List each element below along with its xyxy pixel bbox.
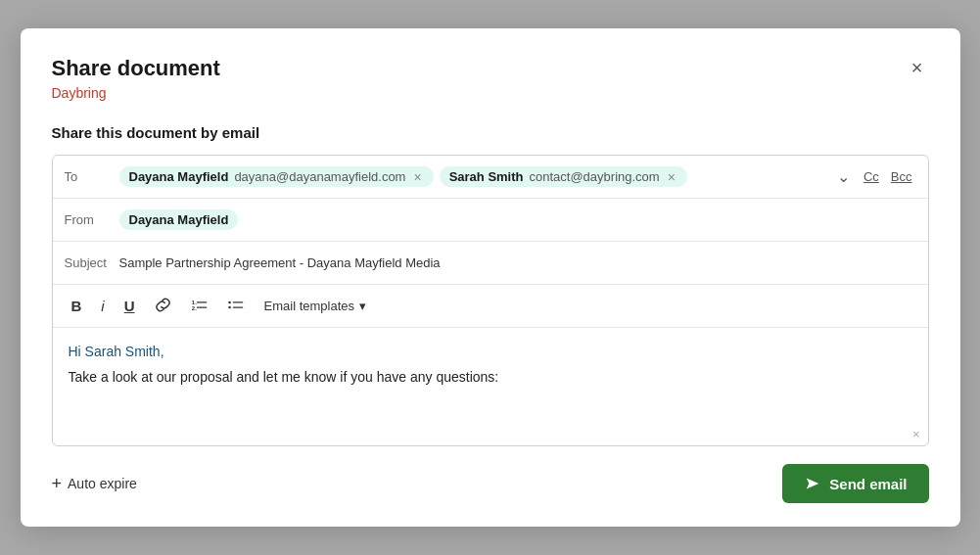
recipient-tag-1: Dayana Mayfield dayana@dayanamayfield.co… xyxy=(119,166,434,187)
send-email-label: Send email xyxy=(829,476,907,492)
body-message: Take a look at our proposal and let me k… xyxy=(69,369,912,385)
share-document-modal: Share document × Daybring Share this doc… xyxy=(21,28,960,527)
link-icon xyxy=(155,297,171,313)
ordered-list-icon: 1. 2. xyxy=(191,297,208,313)
from-label: From xyxy=(65,212,119,227)
subject-label: Subject xyxy=(65,255,119,270)
email-form: To Dayana Mayfield dayana@dayanamayfield… xyxy=(52,155,929,446)
modal-subtitle: Daybring xyxy=(52,85,929,101)
auto-expire-button[interactable]: + Auto expire xyxy=(52,474,137,494)
modal-overlay: Share document × Daybring Share this doc… xyxy=(0,0,980,555)
to-row: To Dayana Mayfield dayana@dayanamayfield… xyxy=(53,156,928,199)
recipient-2-email: contact@daybring.com xyxy=(530,169,660,184)
plus-icon: + xyxy=(52,474,63,494)
email-templates-button[interactable]: Email templates ▾ xyxy=(257,295,374,317)
svg-text:2.: 2. xyxy=(191,305,196,311)
recipient-2-name: Sarah Smith xyxy=(449,169,524,184)
section-heading: Share this document by email xyxy=(52,124,929,141)
svg-point-5 xyxy=(228,306,231,309)
link-button[interactable] xyxy=(148,293,178,319)
auto-expire-label: Auto expire xyxy=(68,476,137,491)
svg-text:1.: 1. xyxy=(191,300,196,305)
close-button[interactable]: × xyxy=(906,56,929,79)
recipient-1-email: dayana@dayanamayfield.com xyxy=(234,169,405,184)
svg-point-4 xyxy=(228,301,231,304)
bold-button[interactable]: B xyxy=(65,295,89,317)
to-row-end: ⌄ Cc Bcc xyxy=(831,165,916,188)
remove-recipient-1-button[interactable]: × xyxy=(411,170,423,184)
sender-name: Dayana Mayfield xyxy=(129,212,229,227)
email-templates-label: Email templates xyxy=(264,299,354,313)
unordered-list-button[interactable] xyxy=(220,293,251,319)
from-row: From Dayana Mayfield xyxy=(53,199,928,242)
to-recipients: Dayana Mayfield dayana@dayanamayfield.co… xyxy=(119,166,831,187)
ordered-list-button[interactable]: 1. 2. xyxy=(184,293,214,319)
bcc-button[interactable]: Bcc xyxy=(887,167,916,186)
cc-button[interactable]: Cc xyxy=(860,167,883,186)
body-greeting: Hi Sarah Smith, xyxy=(69,344,912,359)
email-templates-chevron: ▾ xyxy=(359,299,366,313)
subject-input[interactable] xyxy=(119,255,916,270)
modal-header: Share document × xyxy=(52,56,929,81)
subject-row: Subject xyxy=(53,242,928,285)
send-email-button[interactable]: Send email xyxy=(782,464,928,503)
to-expand-button[interactable]: ⌄ xyxy=(831,165,856,188)
modal-footer: + Auto expire Send email xyxy=(52,464,929,503)
italic-button[interactable]: i xyxy=(94,295,111,317)
recipient-1-name: Dayana Mayfield xyxy=(129,169,229,184)
toolbar-row: B i U 1. 2. xyxy=(53,285,928,328)
unordered-list-icon xyxy=(227,297,244,313)
scroll-indicator: × xyxy=(912,427,920,441)
modal-title: Share document xyxy=(52,56,220,81)
recipient-tag-2: Sarah Smith contact@daybring.com × xyxy=(440,166,687,187)
send-icon xyxy=(804,475,821,492)
underline-button[interactable]: U xyxy=(117,295,142,317)
sender-tag: Dayana Mayfield xyxy=(119,209,239,230)
email-body-area[interactable]: Hi Sarah Smith, Take a look at our propo… xyxy=(53,328,928,445)
remove-recipient-2-button[interactable]: × xyxy=(666,170,677,184)
from-content: Dayana Mayfield xyxy=(119,209,916,230)
to-label: To xyxy=(65,169,119,184)
